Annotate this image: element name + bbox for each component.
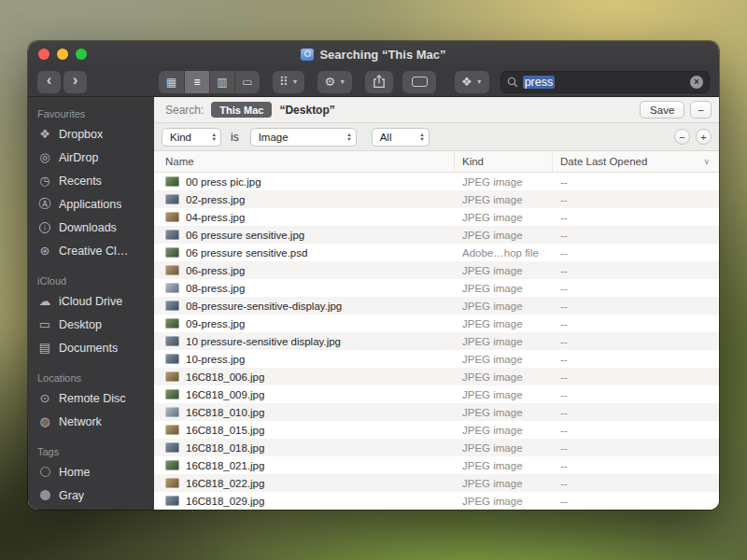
sidebar-item-label: Recents xyxy=(59,175,102,188)
file-date: -- xyxy=(553,371,719,383)
table-row[interactable]: 16C818_010.jpg JPEG image -- xyxy=(154,403,719,421)
remove-criteria-button[interactable]: − xyxy=(674,129,690,145)
sidebar-item-home[interactable]: Home xyxy=(28,460,154,483)
file-name: 00 press pic.jpg xyxy=(186,176,261,188)
zoom-window-button[interactable] xyxy=(76,49,87,60)
tag-button[interactable] xyxy=(402,71,436,93)
sidebar-item-label: Downloads xyxy=(59,221,117,234)
file-date: -- xyxy=(553,247,719,259)
dropdown-arrows-icon: ▲▼ xyxy=(419,133,424,141)
table-row[interactable]: 06 pressure sensitive.jpg JPEG image -- xyxy=(154,226,719,244)
file-thumbnail-icon xyxy=(165,425,179,435)
criteria-type-value: Image xyxy=(259,132,289,143)
file-name: 10 pressure-sensitive display.jpg xyxy=(186,336,341,347)
sidebar-item-green[interactable]: Green xyxy=(28,507,154,510)
scope-this-mac-button[interactable]: This Mac xyxy=(211,102,272,118)
collapse-criteria-button[interactable]: − xyxy=(690,101,712,119)
table-row[interactable]: 10 pressure-sensitive display.jpg JPEG i… xyxy=(154,332,719,350)
sidebar-item-downloads[interactable]: ↓ Downloads xyxy=(28,216,154,239)
criteria-field-dropdown[interactable]: Kind ▲▼ xyxy=(162,128,221,147)
sidebar-item-icloud-drive[interactable]: ☁ iCloud Drive xyxy=(28,289,154,313)
icon-view-button[interactable]: ▦ xyxy=(159,71,184,93)
file-name: 16C818_021.jpg xyxy=(186,460,264,471)
add-criteria-button[interactable]: + xyxy=(696,129,712,145)
title-bar[interactable]: Searching “This Mac” xyxy=(28,41,719,67)
table-row[interactable]: 16C818_009.jpg JPEG image -- xyxy=(154,385,719,403)
file-kind: JPEG image xyxy=(455,407,553,418)
table-row[interactable]: 04-press.jpg JPEG image -- xyxy=(154,208,719,226)
sidebar-item-network[interactable]: ◍ Network xyxy=(28,410,154,433)
cell-name: 16C818_029.jpg xyxy=(154,496,455,507)
sidebar-item-documents[interactable]: ▤ Documents xyxy=(28,336,154,359)
dropbox-menu-button[interactable]: ❖ ▼ xyxy=(455,71,489,93)
file-kind: JPEG image xyxy=(455,283,553,294)
table-row[interactable]: 00 press pic.jpg JPEG image -- xyxy=(154,173,719,190)
sidebar-item-remote-disc[interactable]: ⊙ Remote Disc xyxy=(28,386,154,410)
table-row[interactable]: 16C818_022.jpg JPEG image -- xyxy=(154,474,719,492)
tag-dot-home xyxy=(40,467,50,477)
cell-name: 04-press.jpg xyxy=(154,212,455,223)
search-input[interactable]: press × xyxy=(500,71,710,93)
table-row[interactable]: 16C818_021.jpg JPEG image -- xyxy=(154,456,719,474)
forward-button[interactable]: › xyxy=(63,71,87,93)
sidebar-section-title: iCloud xyxy=(28,272,154,289)
search-scope-bar: Search: This Mac “Desktop” Save − xyxy=(154,97,719,123)
sidebar-item-gray[interactable]: Gray xyxy=(28,483,154,507)
file-date: -- xyxy=(553,301,719,312)
table-row[interactable]: 08-pressure-sensitive-display.jpg JPEG i… xyxy=(154,297,719,315)
file-date: -- xyxy=(553,460,719,471)
file-thumbnail-icon xyxy=(165,318,179,329)
table-row[interactable]: 06 pressure sensitive.psd Adobe…hop file… xyxy=(154,244,719,261)
table-row[interactable]: 02-press.jpg JPEG image -- xyxy=(154,190,719,208)
group-by-button[interactable]: ⠿ ▼ xyxy=(273,71,304,93)
column-header-kind[interactable]: Kind xyxy=(455,151,553,172)
file-name: 16C818_006.jpg xyxy=(186,371,264,383)
action-menu-button[interactable]: ⚙ ▼ xyxy=(317,71,352,93)
airdrop-icon: ◎ xyxy=(37,151,52,163)
sidebar-item-airdrop[interactable]: ◎ AirDrop xyxy=(28,146,154,169)
table-row[interactable]: 16C818_006.jpg JPEG image -- xyxy=(154,368,719,385)
table-row[interactable]: 06-press.jpg JPEG image -- xyxy=(154,261,719,279)
file-thumbnail-icon xyxy=(165,354,179,364)
criteria-subtype-dropdown[interactable]: All ▲▼ xyxy=(372,128,430,147)
cell-name: 16C818_010.jpg xyxy=(154,407,455,418)
file-name: 16C818_009.jpg xyxy=(186,389,264,400)
list-view-button[interactable]: ≡ xyxy=(184,71,209,93)
column-header-date-last-opened[interactable]: Date Last Opened ∨ xyxy=(553,151,719,172)
sidebar-item-creative-cl[interactable]: ⊛ Creative Cl… xyxy=(28,239,154,262)
creative-cloud-icon: ⊛ xyxy=(37,245,52,257)
sidebar-item-desktop[interactable]: ▭ Desktop xyxy=(28,313,154,336)
share-icon xyxy=(373,75,386,89)
window-controls xyxy=(38,41,87,67)
table-row[interactable]: 16C818_029.jpg JPEG image -- xyxy=(154,492,719,510)
share-button[interactable] xyxy=(365,71,393,93)
close-window-button[interactable] xyxy=(38,49,49,60)
recents-icon: ◷ xyxy=(37,175,52,187)
sidebar-section: iCloud ☁ iCloud Drive ▭ Desktop ▤ Docume… xyxy=(28,272,154,359)
column-header-name[interactable]: Name xyxy=(154,151,455,172)
cell-name: 09-press.jpg xyxy=(154,318,455,329)
back-button[interactable]: ‹ xyxy=(37,71,61,93)
sidebar-item-label: Dropbox xyxy=(59,128,103,141)
table-row[interactable]: 08-press.jpg JPEG image -- xyxy=(154,279,719,297)
sidebar-item-applications[interactable]: Ⓐ Applications xyxy=(28,192,154,216)
scope-desktop-button[interactable]: “Desktop” xyxy=(279,104,334,117)
search-scope-label: Search: xyxy=(165,104,204,117)
file-kind: JPEG image xyxy=(455,265,553,276)
table-row[interactable]: 16C818_018.jpg JPEG image -- xyxy=(154,439,719,456)
minimize-window-button[interactable] xyxy=(57,49,68,60)
save-search-button[interactable]: Save xyxy=(640,101,684,119)
table-row[interactable]: 16C818_015.jpg JPEG image -- xyxy=(154,421,719,439)
gallery-view-button[interactable]: ▭ xyxy=(234,71,260,93)
clear-search-button[interactable]: × xyxy=(690,76,703,89)
file-name: 02-press.jpg xyxy=(186,194,245,205)
list-column-headers: Name Kind Date Last Opened ∨ xyxy=(154,151,719,173)
table-row[interactable]: 09-press.jpg JPEG image -- xyxy=(154,315,719,332)
sidebar-item-recents[interactable]: ◷ Recents xyxy=(28,169,154,192)
criteria-type-dropdown[interactable]: Image ▲▼ xyxy=(250,128,357,147)
sidebar-item-dropbox[interactable]: ❖ Dropbox xyxy=(28,122,154,146)
column-view-button[interactable]: ▥ xyxy=(209,71,234,93)
file-thumbnail-icon xyxy=(165,389,179,399)
table-row[interactable]: 10-press.jpg JPEG image -- xyxy=(154,350,719,368)
file-kind: JPEG image xyxy=(455,496,553,507)
